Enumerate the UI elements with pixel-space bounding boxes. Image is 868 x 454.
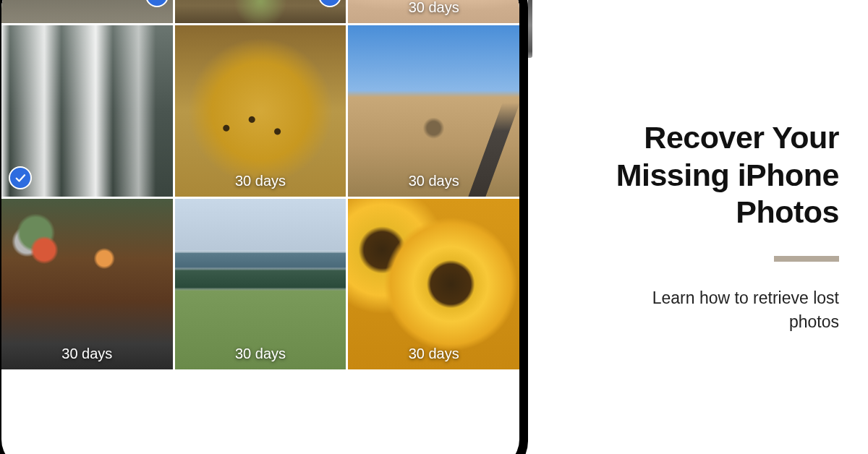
photo-thumbnail[interactable] [1, 0, 173, 23]
plant-photo [175, 0, 346, 23]
road-photo [1, 0, 173, 23]
bees-photo [175, 25, 346, 197]
photo-grid: 30 days 30 days 30 days [1, 0, 519, 369]
days-remaining: 30 days [235, 346, 286, 362]
phone-side-button [528, 0, 532, 58]
title-line: Photos [736, 194, 839, 229]
photo-thumbnail[interactable] [175, 0, 346, 23]
photo-thumbnail[interactable]: 30 days [348, 0, 519, 23]
days-remaining: 30 days [409, 0, 459, 16]
photo-thumbnail[interactable]: 30 days [348, 199, 519, 370]
divider-bar [774, 256, 839, 262]
days-remaining: 30 days [409, 346, 459, 362]
text-panel: Recover Your Missing iPhone Photos Learn… [550, 0, 868, 454]
days-remaining: 30 days [409, 173, 459, 189]
title-line: Missing iPhone [616, 158, 839, 192]
photo-thumbnail[interactable]: 30 days [175, 25, 346, 197]
page-title: Recover Your Missing iPhone Photos [616, 119, 839, 231]
phone-screen: 30 days 30 days 30 days [1, 0, 519, 454]
mountains-photo [175, 199, 346, 370]
selected-check-icon [9, 166, 32, 189]
photo-thumbnail[interactable]: 30 days [175, 199, 346, 370]
photo-thumbnail[interactable] [1, 25, 173, 197]
subtitle-line: photos [789, 312, 839, 331]
subtitle-line: Learn how to retrieve lost [652, 288, 839, 307]
desert-photo [348, 25, 519, 197]
subtitle: Learn how to retrieve lost photos [652, 286, 839, 335]
photo-thumbnail[interactable]: 30 days [1, 199, 173, 370]
compost-photo [1, 199, 173, 370]
photo-thumbnail[interactable]: 30 days [348, 25, 519, 197]
phone-frame: 30 days 30 days 30 days [0, 0, 528, 454]
sunflowers-photo [348, 199, 519, 370]
days-remaining: 30 days [61, 346, 112, 362]
phone-mockup-area: 30 days 30 days 30 days [0, 0, 550, 454]
title-line: Recover Your [644, 120, 839, 155]
days-remaining: 30 days [235, 173, 286, 189]
